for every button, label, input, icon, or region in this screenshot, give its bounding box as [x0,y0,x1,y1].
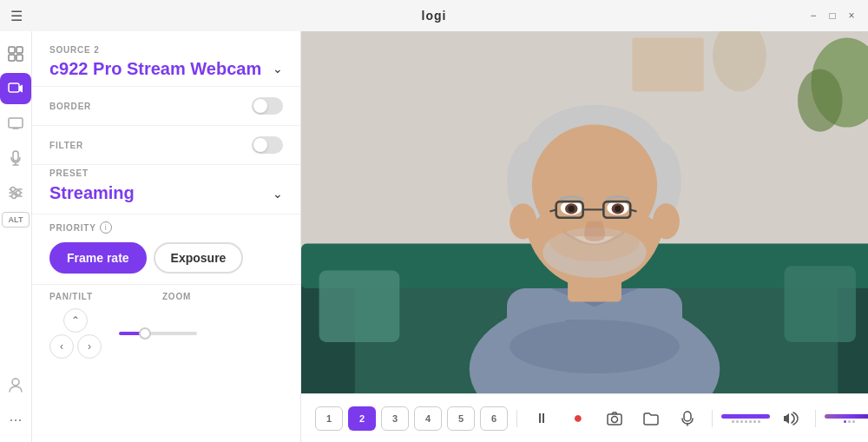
pan-lr-row: ‹ › [49,334,102,359]
separator-1 [516,410,517,427]
minimize-button[interactable]: − [807,10,819,22]
content-area: 1 2 3 4 5 6 ⏸ ● [301,31,868,442]
dot-1 [732,420,734,423]
record-button[interactable]: ● [562,403,594,434]
svg-point-24 [510,320,680,373]
svg-point-41 [510,203,536,239]
svg-point-42 [653,203,680,239]
screen-icon [8,117,23,129]
svg-rect-1 [16,47,23,53]
exposure-button[interactable]: Exposure [154,242,244,274]
svg-rect-11 [632,38,703,92]
pan-zoom-controls: ⌃ ‹ › [49,308,283,359]
border-row: BORDER [32,87,300,125]
priority-section: PRIORITY i Frame rate Exposure [32,214,300,284]
source-label: SOURCE 2 [49,45,283,55]
priority-buttons: Frame rate Exposure [49,242,283,274]
source-4-button[interactable]: 4 [414,406,442,431]
zoom-slider-container [119,332,197,335]
dot-2 [736,420,739,423]
webcam-icon [8,82,23,95]
svg-rect-3 [16,55,23,61]
zoom-slider[interactable] [119,332,197,335]
out-dot-2 [848,420,851,423]
volume-button[interactable] [775,403,806,434]
svg-rect-45 [684,412,691,421]
bottom-toolbar: 1 2 3 4 5 6 ⏸ ● [301,393,868,442]
chevron-down-icon[interactable]: ⌄ [273,62,283,76]
svg-rect-2 [9,55,15,61]
window-controls: − □ × [807,10,858,22]
sidebar-item-audio[interactable] [0,142,31,174]
dot-5 [749,420,752,423]
hamburger-icon[interactable]: ☰ [10,8,23,24]
sources-icon [8,46,23,62]
sidebar-item-webcam[interactable] [0,73,31,104]
svg-point-9 [12,379,19,386]
pause-icon: ⏸ [535,411,549,426]
audio-icon [9,150,23,166]
pause-button[interactable]: ⏸ [526,403,557,434]
pan-up-button[interactable]: ⌃ [63,308,88,333]
pan-left-button[interactable]: ‹ [49,334,74,359]
separator-3 [815,410,816,427]
border-toggle[interactable] [252,97,283,115]
video-area [301,31,868,393]
preset-value: Streaming [49,183,135,203]
mic-button[interactable] [672,403,703,434]
pan-zoom-labels: PAN/TILT ZOOM [49,292,283,301]
close-button[interactable]: × [845,10,858,22]
output-dots [844,420,855,423]
svg-point-37 [569,206,575,212]
zoom-label: ZOOM [162,292,191,301]
slider-dots [732,420,760,423]
settings-panel: SOURCE 2 c922 Pro Stream Webcam ⌄ BORDER… [32,31,301,442]
out-dot-3 [852,420,855,423]
pan-right-button[interactable]: › [77,334,102,359]
folder-button[interactable] [635,403,667,434]
svg-rect-20 [784,266,855,342]
dot-4 [745,420,747,423]
sidebar-item-mixer[interactable] [0,177,31,208]
maximize-button[interactable]: □ [826,10,838,22]
title-bar: ☰ logi − □ × [0,0,868,31]
source-1-button[interactable]: 1 [315,406,343,431]
source-3-button[interactable]: 3 [381,406,409,431]
svg-rect-4 [9,83,19,92]
source-5-button[interactable]: 5 [447,406,475,431]
alt-label: ALT [9,215,23,224]
mic-icon [681,411,694,426]
svg-rect-5 [9,118,23,128]
svg-point-44 [612,416,618,422]
screenshot-button[interactable] [599,403,630,434]
preset-dropdown[interactable]: Streaming ⌄ [49,183,283,203]
svg-rect-19 [319,270,400,341]
camera-icon [607,412,622,426]
border-label: BORDER [49,102,91,111]
preset-label: PRESET [49,168,283,178]
svg-point-6 [11,188,16,192]
svg-point-7 [16,191,21,195]
pan-zoom-section: PAN/TILT ZOOM ⌃ ‹ › [32,285,300,366]
source-2-button[interactable]: 2 [348,406,376,431]
pan-group: ⌃ ‹ › [49,308,102,359]
source-name-row[interactable]: c922 Pro Stream Webcam ⌄ [49,58,283,79]
sidebar-item-sources[interactable] [0,38,31,69]
sidebar-item-profile[interactable] [0,369,31,400]
frame-rate-button[interactable]: Frame rate [49,242,147,274]
volume-slider-container [721,414,770,423]
filter-toggle[interactable] [252,136,283,154]
source-name: c922 Pro Stream Webcam [49,58,261,79]
volume-icon [783,412,799,426]
source-header: SOURCE 2 c922 Pro Stream Webcam ⌄ [32,31,300,86]
filter-row: FILTER [32,126,300,164]
sidebar-item-screen[interactable] [0,108,31,139]
sidebar-item-alt[interactable]: ALT [2,212,30,228]
preset-chevron-icon[interactable]: ⌄ [273,187,283,201]
dot-7 [758,420,760,423]
source-6-button[interactable]: 6 [480,406,508,431]
priority-info-icon[interactable]: i [100,221,112,234]
separator-2 [712,410,713,427]
sidebar-item-more[interactable]: ··· [0,404,31,435]
video-feed [301,31,868,393]
